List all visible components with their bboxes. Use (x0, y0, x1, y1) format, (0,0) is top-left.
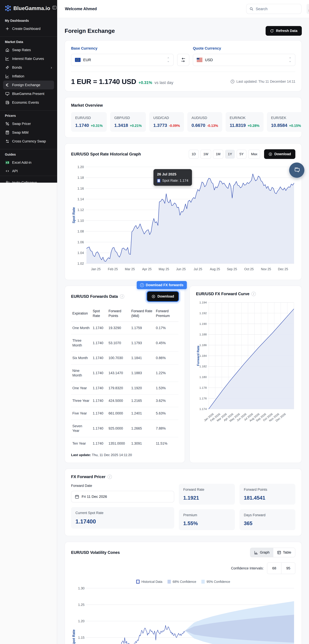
headline-rate: 1 EUR = 1.1740 USD (71, 78, 136, 86)
svg-text:Aug 25: Aug 25 (210, 267, 220, 271)
sidebar-item-inflation[interactable]: Inflation (3, 72, 54, 81)
svg-text:X: X (6, 162, 7, 164)
confidence-intervals-label: Confidence Intervals: (231, 566, 264, 570)
info-icon[interactable]: i (108, 475, 112, 479)
svg-text:1.186: 1.186 (200, 344, 207, 347)
base-currency-select[interactable]: EUR ⌃⌄ (71, 54, 174, 66)
pricer-field-forward-points: Forward Points181.4541 (240, 484, 295, 505)
field-value: 365 (244, 520, 291, 526)
timeframe-button-1m[interactable]: 1M (213, 150, 223, 159)
sidebar-item-interest-rate-curves[interactable]: Interest Rate Curves (3, 54, 54, 63)
table-cell: Six Month (71, 352, 92, 364)
market-pair-card[interactable]: GBP/USD1.3418+0.21% (110, 112, 146, 132)
timeframe-button-1y[interactable]: 1Y (225, 150, 235, 159)
legend-swatch (168, 580, 171, 584)
svg-text:Apr 25: Apr 25 (142, 267, 152, 271)
market-pair-card[interactable]: EUR/SEK10.8584+0.15% (267, 112, 305, 132)
trend-icon (5, 74, 10, 78)
graph-table-toggle: Graph Table (250, 548, 295, 557)
market-pair-card[interactable]: AUD/USD0.6670-0.13% (187, 112, 222, 132)
volatility-cones-chart[interactable]: 1.001.051.101.151.201.251.30Jan 25Feb 25… (71, 584, 295, 644)
sidebar-item-excel-add-in[interactable]: XExcel Add-in (3, 158, 54, 167)
sidebar-item-bluegamma-present[interactable]: BlueGamma Present (3, 90, 54, 98)
table-cell: Five Year (71, 407, 92, 420)
search-box[interactable]: ⌘ K (246, 4, 302, 14)
svg-text:1.18: 1.18 (78, 176, 84, 180)
legend-swatch (201, 580, 205, 584)
timeframe-button-1w[interactable]: 1W (200, 150, 211, 159)
market-pair-card[interactable]: EUR/NOK11.8319+0.28% (226, 112, 264, 132)
sidebar-item-foreign-exchange[interactable]: Foreign Exchange (3, 81, 54, 90)
table-cell: 1.2165 (130, 394, 154, 407)
eu-flag-icon (75, 58, 80, 62)
table-cell: 1.2665 (130, 420, 154, 437)
column-header: Expiration (71, 306, 92, 322)
page-title: Foreign Exchange (65, 28, 115, 34)
sidebar-item-swap-pricer[interactable]: Swap Pricer (3, 120, 54, 128)
table-cell: One Year (71, 382, 92, 394)
timeframe-button-5y[interactable]: 5Y (237, 150, 246, 159)
sidebar-item-economic-events[interactable]: Economic Events (3, 98, 54, 107)
sidebar-item-api[interactable]: API (3, 167, 54, 172)
euro-icon (5, 83, 10, 87)
sidebar-collapse-icon[interactable] (52, 6, 57, 11)
quote-currency-select[interactable]: USD ⌃⌄ (193, 54, 295, 66)
pair-label: EUR/USD (75, 116, 102, 120)
forward-date-input[interactable]: Fri 11 Dec 2026 (71, 491, 174, 502)
headline-rate-change: +0.31% (138, 80, 152, 85)
sidebar-item-cross-currency-swap[interactable]: Cross Currency Swap (3, 137, 54, 146)
market-pair-card[interactable]: EUR/USD1.1740+0.31% (71, 112, 107, 132)
forward-curve-chart[interactable]: 1.1741.1761.1781.1801.1821.1841.1861.188… (196, 299, 295, 441)
timeframe-button-max[interactable]: Max (248, 150, 260, 159)
chat-fab-button[interactable] (289, 162, 304, 178)
app-logo: BlueGamma.io (14, 6, 50, 11)
chevron-updown-icon: ⌃⌄ (289, 58, 292, 62)
info-icon[interactable]: i (120, 294, 124, 299)
legend-label: 68% Confidence (173, 580, 196, 584)
sidebar-item-invite-colleague[interactable]: Invite Colleague (3, 178, 54, 183)
info-icon: i (140, 283, 144, 287)
sidebar-item-swap-rates[interactable]: Swap Rates (3, 46, 54, 54)
confidence-input-68[interactable]: 68 (267, 563, 281, 574)
sidebar-item-label: Economic Events (12, 100, 39, 104)
spot-chart-card: EUR/USD Spot Rate Historical Graph 1D1W1… (65, 143, 302, 280)
refresh-icon (270, 29, 274, 33)
forwards-download-button[interactable]: Download (147, 292, 178, 301)
cones-legend: Historical Data68% Confidence95% Confide… (71, 580, 295, 584)
sidebar-item-bonds[interactable]: Bonds› (3, 63, 54, 72)
svg-text:1.184: 1.184 (200, 354, 207, 358)
legend-label: Historical Data (141, 580, 162, 584)
sidebar-section-label: Pricers (3, 112, 54, 120)
info-icon[interactable]: i (252, 292, 256, 296)
svg-text:Spot Rate: Spot Rate (72, 207, 76, 223)
table-toggle-button[interactable]: Table (273, 548, 295, 557)
swap-currencies-button[interactable] (177, 54, 189, 66)
last-updated-text: Last updated: Thu 11 December 14:11 (236, 80, 295, 84)
svg-text:1.25: 1.25 (78, 603, 84, 606)
spot-download-button[interactable]: Download (264, 149, 295, 159)
table-cell: 1.1740 (92, 334, 107, 352)
table-cell: Three Year (71, 394, 92, 407)
forwards-table: ExpirationSpot RateForward PointsForward… (71, 306, 178, 450)
sidebar-item-swap-mtm[interactable]: Swap MtM (3, 128, 54, 137)
table-row: Three Year1.1740424.50001.21653.62% (71, 394, 178, 407)
confidence-input-95[interactable]: 95 (281, 563, 295, 574)
api-icon (5, 169, 10, 172)
table-cell: 1.2401 (130, 407, 154, 420)
table-row: One Year1.1740179.83201.19201.53% (71, 382, 178, 394)
legend-label: 95% Confidence (206, 580, 230, 584)
chat-bubbles-icon (293, 166, 300, 174)
refresh-data-button[interactable]: Refresh Data (266, 26, 302, 36)
news-icon (5, 100, 10, 105)
graph-toggle-button[interactable]: Graph (250, 548, 273, 557)
curves-icon (5, 56, 10, 61)
market-pair-card[interactable]: USD/CAD1.3773-0.09% (149, 112, 184, 132)
svg-text:1.178: 1.178 (200, 386, 207, 389)
table-cell: 1.1740 (92, 382, 107, 394)
sidebar-section-label: Guides (3, 150, 54, 158)
top-bar: Welcome Ahmed ⌘ K (58, 0, 309, 18)
sidebar-item-label: Create Dashboard (12, 27, 40, 31)
timeframe-button-1d[interactable]: 1D (189, 150, 199, 159)
sidebar-item-create-dashboard[interactable]: Create Dashboard (3, 24, 54, 33)
search-input[interactable] (256, 7, 304, 11)
